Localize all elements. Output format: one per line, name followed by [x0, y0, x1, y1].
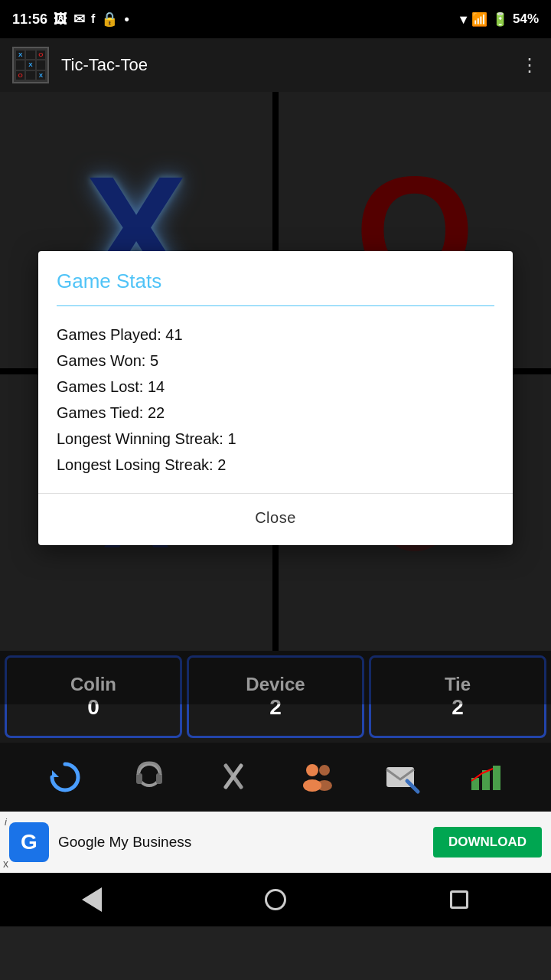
dot-icon: •: [124, 11, 129, 28]
svg-marker-0: [52, 770, 59, 777]
refresh-icon[interactable]: [42, 754, 88, 800]
svg-point-6: [306, 764, 318, 776]
dialog-actions: Close: [38, 493, 513, 545]
stat-games-won: Games Won: 5: [57, 348, 494, 374]
svg-rect-14: [493, 766, 500, 790]
nav-recents-button[interactable]: [436, 884, 482, 915]
headset-icon[interactable]: [126, 754, 172, 800]
nav-bar: [0, 873, 551, 926]
lock-icon: 🔒: [101, 11, 118, 28]
dialog-close-button[interactable]: Close: [236, 503, 315, 533]
menu-dots-icon[interactable]: ⋮: [520, 54, 539, 76]
ad-info-icon: i: [5, 816, 7, 828]
battery-icon: 🔋: [492, 11, 508, 28]
svg-rect-2: [136, 773, 142, 784]
svg-point-8: [319, 765, 330, 776]
status-bar-right: ▾ 📶 🔋 54%: [460, 11, 539, 28]
wifi-icon: ▾: [460, 11, 467, 28]
game-stats-dialog: Game Stats Games Played: 41 Games Won: 5…: [38, 251, 513, 546]
ad-download-button[interactable]: DOWNLOAD: [433, 827, 542, 858]
nav-back-button[interactable]: [69, 884, 115, 915]
stat-winning-streak: Longest Winning Streak: 1: [57, 426, 494, 452]
dialog-overlay: Game Stats Games Played: 41 Games Won: 5…: [0, 92, 551, 704]
app-bar: X O X O X Tic-Tac-Toe ⋮: [0, 38, 551, 92]
facebook-icon: f: [91, 12, 95, 26]
nav-home-button[interactable]: [253, 884, 298, 915]
email-icon: ✉: [73, 11, 85, 28]
app-icon: X O X O X: [12, 47, 49, 83]
back-icon: [82, 887, 102, 912]
taskbar: [0, 743, 551, 812]
home-icon: [265, 889, 286, 910]
dialog-content: Games Played: 41 Games Won: 5 Games Lost…: [38, 306, 513, 487]
ad-app-icon: G: [9, 822, 49, 862]
stat-losing-streak: Longest Losing Streak: 2: [57, 452, 494, 478]
status-bar-left: 11:56 🖼 ✉ f 🔒 •: [12, 11, 129, 28]
svg-point-9: [317, 780, 332, 791]
chart-icon[interactable]: [463, 754, 509, 800]
battery-percent: 54%: [513, 11, 539, 27]
game-container: X O X Game Stats Games Played: 41 Games …: [0, 92, 551, 651]
signal-icon: 📶: [471, 11, 487, 28]
stat-games-tied: Games Tied: 22: [57, 400, 494, 426]
email-action-icon[interactable]: [379, 754, 425, 800]
ad-app-name: Google My Business: [58, 834, 424, 851]
ad-banner: i x G Google My Business DOWNLOAD: [0, 812, 551, 873]
ad-close-icon[interactable]: x: [3, 858, 8, 870]
users-icon[interactable]: [295, 754, 341, 800]
tools-icon[interactable]: [210, 754, 256, 800]
status-time: 11:56: [12, 11, 47, 28]
app-title: Tic-Tac-Toe: [61, 55, 520, 75]
photo-icon: 🖼: [54, 11, 67, 28]
svg-rect-3: [156, 773, 162, 784]
recents-icon: [450, 890, 468, 909]
stat-games-lost: Games Lost: 14: [57, 374, 494, 400]
stat-games-played: Games Played: 41: [57, 322, 494, 348]
status-bar: 11:56 🖼 ✉ f 🔒 • ▾ 📶 🔋 54%: [0, 0, 551, 38]
dialog-title: Game Stats: [38, 251, 513, 305]
